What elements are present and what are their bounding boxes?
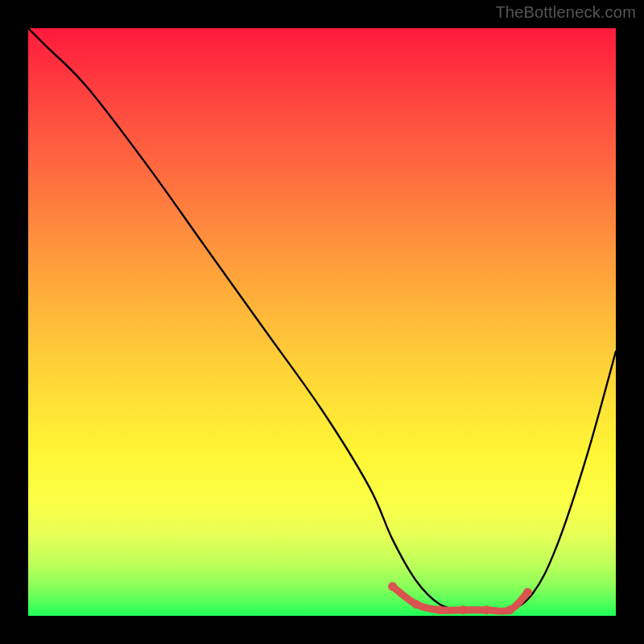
optimal-point	[411, 600, 420, 609]
plot-area	[28, 28, 616, 616]
optimal-point	[459, 605, 468, 614]
optimal-point	[482, 605, 491, 614]
optimal-point	[506, 605, 514, 614]
optimal-point	[523, 588, 532, 597]
chart-container: TheBottleneck.com	[0, 0, 644, 644]
bottleneck-curve	[28, 28, 616, 611]
watermark-text: TheBottleneck.com	[495, 3, 636, 22]
optimal-point	[436, 605, 444, 614]
curve-layer	[28, 28, 616, 616]
optimal-point	[388, 582, 397, 591]
